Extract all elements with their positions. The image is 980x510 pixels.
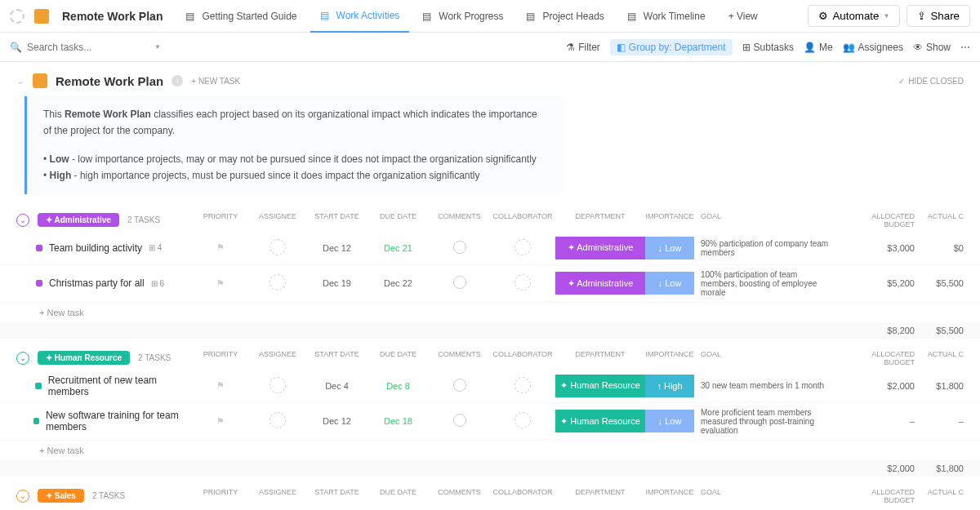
tab-project-heads[interactable]: ▤Project Heads: [516, 0, 613, 33]
task-count: 2 TASKS: [92, 491, 125, 500]
task-name[interactable]: Christmas party for all: [49, 277, 145, 289]
chevron-down-icon: ▼: [884, 12, 890, 20]
comment-icon[interactable]: [453, 379, 466, 392]
collapse-icon[interactable]: ⌄: [16, 490, 29, 503]
me-button[interactable]: 👤Me: [804, 42, 833, 53]
due-date[interactable]: Dec 8: [368, 381, 429, 391]
collapse-icon[interactable]: ⌄: [16, 75, 24, 86]
subtasks-button[interactable]: ⊞Subtasks: [742, 42, 794, 53]
assignee-icon[interactable]: [270, 377, 286, 393]
subtask-count[interactable]: ⊞ 4: [149, 243, 162, 252]
due-date[interactable]: Dec 18: [368, 416, 429, 426]
search-box[interactable]: 🔍 ▼: [10, 42, 566, 53]
assignee-icon[interactable]: [270, 239, 286, 255]
importance-tag[interactable]: ↓ Low: [645, 237, 694, 259]
collapse-icon[interactable]: ⌄: [16, 214, 29, 227]
task-row[interactable]: Anniversary Sale ⊞ 5 ⚑ Nov 14 Nov 18 ✦ S…: [0, 508, 980, 510]
flag-icon[interactable]: ⚑: [216, 380, 225, 390]
task-row[interactable]: Christmas party for all ⊞ 6 ⚑ Dec 19 Dec…: [0, 265, 980, 303]
tab-work-activities[interactable]: ▤Work Activities: [310, 0, 410, 33]
status-bullet[interactable]: [36, 280, 42, 286]
flag-icon[interactable]: ⚑: [216, 278, 225, 288]
totals-row: $2,000 $1,800: [0, 460, 980, 477]
status-bullet[interactable]: [33, 418, 39, 424]
person-icon: [33, 73, 47, 88]
doc-icon: ▤: [627, 11, 639, 22]
status-bullet[interactable]: [35, 383, 42, 389]
tab-getting-started-guide[interactable]: ▤Getting Started Guide: [176, 0, 306, 33]
due-date[interactable]: Dec 21: [368, 243, 429, 253]
start-date[interactable]: Dec 12: [306, 416, 368, 426]
task-row[interactable]: Team building activity ⊞ 4 ⚑ Dec 12 Dec …: [0, 232, 980, 265]
department-tag[interactable]: ✦ Administrative: [555, 272, 645, 295]
chevron-down-icon[interactable]: ▼: [154, 43, 161, 51]
task-name[interactable]: New software training for team members: [46, 410, 192, 432]
doc-icon: ▤: [185, 11, 197, 22]
new-task-button[interactable]: + New task: [0, 441, 980, 460]
group-label[interactable]: ✦ Sales: [38, 489, 84, 503]
group-label[interactable]: ✦ Administrative: [38, 213, 119, 227]
doc-icon: ▤: [526, 11, 537, 22]
status-bullet[interactable]: [36, 245, 42, 251]
app-logo-icon[interactable]: [10, 9, 24, 24]
task-row[interactable]: Recruitment of new team members ⚑ Dec 4 …: [0, 370, 980, 403]
task-count: 2 TASKS: [138, 353, 171, 362]
comment-icon[interactable]: [453, 241, 466, 254]
total-actual: $1,800: [923, 463, 964, 473]
task-row[interactable]: New software training for team members ⚑…: [0, 403, 980, 441]
department-tag[interactable]: ✦ Administrative: [555, 237, 645, 259]
tab-work-progress[interactable]: ▤Work Progress: [412, 0, 513, 33]
group-label[interactable]: ✦ Human Resource: [38, 351, 130, 365]
person-icon: [34, 9, 49, 24]
start-date[interactable]: Dec 4: [306, 381, 368, 391]
collaborator-icon[interactable]: [514, 274, 531, 290]
flag-icon[interactable]: ⚑: [216, 242, 225, 252]
automate-button[interactable]: ⚙Automate▼: [808, 5, 900, 27]
collaborator-icon[interactable]: [514, 377, 531, 393]
collaborator-icon[interactable]: [514, 412, 531, 428]
more-button[interactable]: ⋯: [960, 42, 970, 53]
start-date[interactable]: Dec 12: [306, 243, 368, 253]
new-task-button[interactable]: + New task: [0, 303, 980, 322]
page-header: ⌄ Remote Work Plan i + NEW TASK ✓HIDE CL…: [0, 62, 980, 96]
show-button[interactable]: 👁Show: [913, 42, 951, 53]
share-button[interactable]: ⇪Share: [906, 5, 970, 27]
tab-work-timeline[interactable]: ▤Work Timeline: [617, 0, 715, 33]
comment-icon[interactable]: [453, 414, 466, 427]
group-header: ⌄ ✦ Human Resource 2 TASKS PRIORITYASSIG…: [0, 347, 980, 370]
importance-tag[interactable]: ↓ Low: [645, 410, 694, 432]
task-name[interactable]: Team building activity: [49, 242, 142, 254]
actual-value: $0: [923, 243, 964, 253]
people-icon: 👥: [843, 42, 855, 53]
total-actual: $5,500: [923, 326, 964, 335]
hide-closed-button[interactable]: ✓HIDE CLOSED: [898, 77, 964, 86]
start-date[interactable]: Dec 19: [306, 278, 368, 288]
flag-icon[interactable]: ⚑: [216, 416, 225, 426]
due-date[interactable]: Dec 22: [368, 278, 429, 288]
search-input[interactable]: [27, 42, 149, 53]
task-name[interactable]: Recruitment of new team members: [48, 375, 192, 397]
budget-value: $2,000: [841, 381, 923, 391]
add-view-button[interactable]: + View: [719, 0, 768, 33]
importance-tag[interactable]: ↓ Low: [645, 272, 694, 295]
group-icon: ◧: [617, 42, 626, 53]
subtask-count[interactable]: ⊞ 6: [151, 279, 164, 288]
group-by-button[interactable]: ◧Group by: Department: [610, 39, 733, 55]
collapse-icon[interactable]: ⌄: [16, 352, 29, 365]
collaborator-icon[interactable]: [514, 239, 531, 255]
budget-value: –: [841, 416, 923, 426]
goal-text: 30 new team members in 1 month: [694, 381, 841, 390]
department-tag[interactable]: ✦ Human Resource: [555, 375, 645, 397]
new-task-button[interactable]: + NEW TASK: [191, 77, 240, 86]
assignees-button[interactable]: 👥Assignees: [843, 42, 903, 53]
comment-icon[interactable]: [453, 276, 466, 289]
space-title[interactable]: Remote Work Plan: [52, 0, 172, 33]
assignee-icon[interactable]: [270, 274, 286, 290]
department-tag[interactable]: ✦ Human Resource: [555, 410, 645, 432]
assignee-icon[interactable]: [270, 412, 286, 428]
subtasks-icon: ⊞: [742, 42, 751, 53]
filter-button[interactable]: ⚗Filter: [566, 42, 600, 53]
importance-tag[interactable]: ↑ High: [645, 375, 694, 397]
doc-icon: ▤: [320, 10, 332, 21]
info-icon[interactable]: i: [172, 75, 183, 86]
